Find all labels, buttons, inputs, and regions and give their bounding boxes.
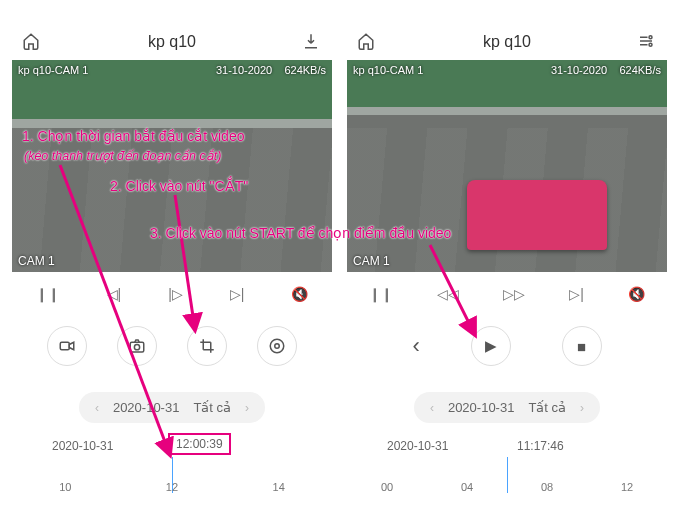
page-title: kp q10 bbox=[483, 33, 531, 51]
date-picker[interactable]: ‹ 2020-10-31 Tất cả › bbox=[79, 392, 265, 423]
annotation-step1-sub: (kéo thanh trượt đến đoạn cần cắt) bbox=[24, 148, 221, 163]
chevron-right-icon[interactable]: › bbox=[580, 401, 584, 415]
svg-point-3 bbox=[270, 339, 284, 353]
record-button[interactable] bbox=[47, 326, 87, 366]
snapshot-button[interactable] bbox=[117, 326, 157, 366]
svg-point-6 bbox=[649, 43, 652, 46]
cam-label: kp q10-CAM 1 bbox=[18, 64, 88, 76]
mute-button[interactable]: 🔇 bbox=[628, 286, 645, 302]
svg-rect-0 bbox=[60, 342, 69, 350]
playback-controls: ❙❙ ◁| |▷ ▷| 🔇 bbox=[12, 272, 332, 316]
annotation-step1: 1. Chọn thời gian bắt đầu cắt video bbox=[22, 128, 244, 144]
timeline[interactable]: 2020-10-31 12:00:39 10 12 14 bbox=[12, 433, 332, 503]
stop-button[interactable]: ■ bbox=[562, 326, 602, 366]
timeline-ticks: 10 12 14 bbox=[12, 481, 332, 493]
timeline-date: 2020-10-31 bbox=[387, 439, 448, 453]
cam-label: kp q10-CAM 1 bbox=[353, 64, 423, 76]
step-back-button[interactable]: ◁| bbox=[107, 286, 122, 302]
phone-right: kp q10 kp q10-CAM 1 31-10-2020 624KB/s C… bbox=[347, 24, 667, 503]
car-graphic bbox=[467, 180, 607, 250]
annotation-step2: 2. Click vào nút "CẮT" bbox=[110, 178, 248, 194]
annotation-step3: 3. Click vào nút START để chọn điểm đầu … bbox=[150, 225, 451, 241]
mute-button[interactable]: 🔇 bbox=[291, 286, 308, 302]
timeline[interactable]: 2020-10-31 11:17:46 00 04 08 12 bbox=[347, 433, 667, 503]
quality-button[interactable] bbox=[257, 326, 297, 366]
settings-icon[interactable] bbox=[637, 32, 657, 52]
pause-button[interactable]: ❙❙ bbox=[36, 286, 60, 302]
date-picker[interactable]: ‹ 2020-10-31 Tất cả › bbox=[414, 392, 600, 423]
cam-label-bottom: CAM 1 bbox=[18, 254, 55, 268]
picker-filter: Tất cả bbox=[528, 400, 566, 415]
timeline-time: 12:00:39 bbox=[168, 433, 231, 455]
start-button[interactable]: ▶ bbox=[471, 326, 511, 366]
video-date: 31-10-2020 bbox=[551, 64, 607, 76]
bitrate: 624KB/s bbox=[284, 64, 326, 76]
phone-left: kp q10 kp q10-CAM 1 31-10-2020 624KB/s C… bbox=[12, 24, 332, 503]
cut-button[interactable] bbox=[187, 326, 227, 366]
chevron-left-icon[interactable]: ‹ bbox=[430, 401, 434, 415]
chevron-left-icon[interactable]: ‹ bbox=[95, 401, 99, 415]
status-bar: kp q10 bbox=[347, 24, 667, 60]
picker-date: 2020-10-31 bbox=[113, 400, 180, 415]
action-row bbox=[12, 316, 332, 376]
svg-point-5 bbox=[649, 36, 652, 39]
video-date: 31-10-2020 bbox=[216, 64, 272, 76]
chevron-right-icon[interactable]: › bbox=[245, 401, 249, 415]
action-row: ‹ ▶ ■ bbox=[347, 316, 667, 376]
timeline-date: 2020-10-31 bbox=[52, 439, 113, 453]
page-title: kp q10 bbox=[148, 33, 196, 51]
home-icon[interactable] bbox=[22, 32, 42, 52]
rewind-button[interactable]: ◁◁ bbox=[437, 286, 459, 302]
bitrate: 624KB/s bbox=[619, 64, 661, 76]
playback-controls: ❙❙ ◁◁ ▷▷ ▷| 🔇 bbox=[347, 272, 667, 316]
cam-label-bottom: CAM 1 bbox=[353, 254, 390, 268]
timeline-ticks: 00 04 08 12 bbox=[347, 481, 667, 493]
timeline-time: 11:17:46 bbox=[517, 439, 564, 453]
fast-forward-button[interactable]: ▷▷ bbox=[503, 286, 525, 302]
download-icon[interactable] bbox=[302, 32, 322, 52]
pause-button[interactable]: ❙❙ bbox=[369, 286, 393, 302]
step-forward-button[interactable]: |▷ bbox=[168, 286, 183, 302]
home-icon[interactable] bbox=[357, 32, 377, 52]
svg-rect-1 bbox=[130, 342, 144, 352]
next-button[interactable]: ▷| bbox=[230, 286, 245, 302]
picker-filter: Tất cả bbox=[193, 400, 231, 415]
svg-point-4 bbox=[275, 344, 280, 349]
back-button[interactable]: ‹ bbox=[412, 333, 419, 359]
svg-point-2 bbox=[134, 345, 139, 350]
status-bar: kp q10 bbox=[12, 24, 332, 60]
next-button[interactable]: ▷| bbox=[569, 286, 584, 302]
picker-date: 2020-10-31 bbox=[448, 400, 515, 415]
